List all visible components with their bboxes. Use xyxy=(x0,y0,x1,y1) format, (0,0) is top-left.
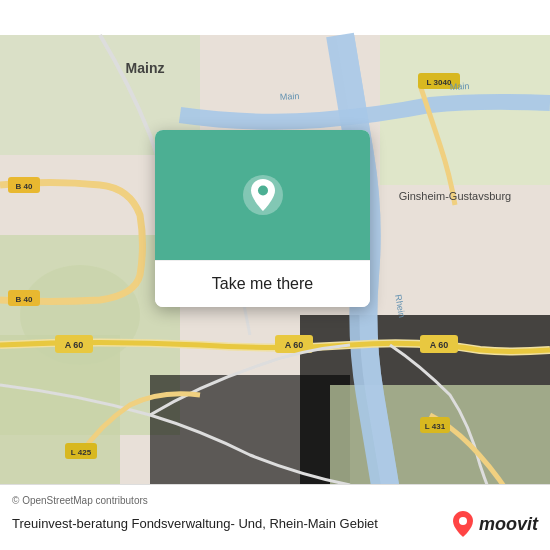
svg-text:A 60: A 60 xyxy=(285,340,304,350)
map-container: A 60 A 60 A 60 B 40 B 40 L 425 L 431 L 3… xyxy=(0,0,550,550)
svg-text:Main: Main xyxy=(280,91,300,102)
svg-text:L 431: L 431 xyxy=(425,422,446,431)
moovit-pin-icon xyxy=(451,510,475,538)
svg-point-33 xyxy=(459,517,467,525)
svg-text:A 60: A 60 xyxy=(430,340,449,350)
svg-text:Ginsheim-Gustavsburg: Ginsheim-Gustavsburg xyxy=(399,190,512,202)
attribution-text: © OpenStreetMap contributors xyxy=(12,495,538,506)
card-map-preview xyxy=(155,130,370,260)
svg-text:B 40: B 40 xyxy=(16,182,33,191)
location-pin-icon xyxy=(241,173,285,217)
moovit-logo: moovit xyxy=(451,510,538,538)
take-me-there-button[interactable]: Take me there xyxy=(155,260,370,307)
location-name: Treuinvest-beratung Fondsverwaltung- Und… xyxy=(12,515,451,533)
svg-text:A 60: A 60 xyxy=(65,340,84,350)
svg-text:Main: Main xyxy=(450,81,470,92)
info-card: Take me there xyxy=(155,130,370,307)
bottom-bar: © OpenStreetMap contributors Treuinvest-… xyxy=(0,484,550,550)
svg-text:B 40: B 40 xyxy=(16,295,33,304)
svg-text:Mainz: Mainz xyxy=(126,60,165,76)
bottom-content: Treuinvest-beratung Fondsverwaltung- Und… xyxy=(12,510,538,538)
svg-text:L 3040: L 3040 xyxy=(427,78,452,87)
svg-point-32 xyxy=(258,186,268,196)
svg-text:L 425: L 425 xyxy=(71,448,92,457)
moovit-brand-text: moovit xyxy=(479,514,538,535)
